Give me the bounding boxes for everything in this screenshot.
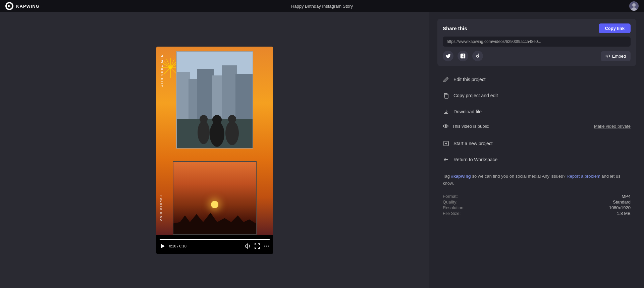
download-file-item[interactable]: Download file [437,104,636,120]
svg-point-32 [264,246,265,247]
topbar-left: KAPWING [5,2,40,10]
make-private-link[interactable]: Make video private [594,124,631,129]
bottom-photo [173,161,257,235]
right-panel: Share this Copy link https://www.kapwing… [429,12,644,288]
tag-text-before: Tag [443,174,451,179]
progress-bar[interactable] [160,239,270,240]
svg-point-2 [632,3,636,7]
pr-text: PUERTO RICO [160,195,163,221]
file-info: Format: MP4 Quality: Standard Resolution… [437,190,636,220]
top-photo [176,51,253,149]
svg-line-11 [164,68,170,74]
share-title: Share this [443,25,467,31]
facebook-share-button[interactable] [458,51,468,61]
format-value: MP4 [473,194,631,199]
social-row: Embed [443,51,631,61]
svg-point-26 [200,115,208,123]
resolution-value: 1080x1920 [473,205,631,210]
tiktok-share-button[interactable] [472,51,483,61]
copy-link-button[interactable]: Copy link [599,23,631,33]
tag-section: Tag #kapwing so we can find you on socia… [437,168,636,190]
main: NEW YORK CITY [0,12,644,288]
video-content: NEW YORK CITY [156,47,273,235]
topbar: KAPWING Happy Birthday Instagram Story [0,0,644,12]
silhouettes [173,208,256,234]
progress-bar-fill [160,239,270,240]
bottom-photo-inner [173,162,256,234]
controls-row: 0:10 / 0:10 [160,243,270,249]
logo-icon [5,2,13,10]
share-box: Share this Copy link https://www.kapwing… [437,19,636,66]
more-options-icon[interactable] [264,243,270,249]
sun-decoration [211,201,218,208]
share-header: Share this Copy link [443,23,631,33]
public-status-row: This video is public Make video private [437,120,636,132]
video-controls: 0:10 / 0:10 [156,235,273,254]
svg-point-33 [266,246,267,247]
svg-point-30 [228,115,236,123]
public-status-text: This video is public [452,124,489,129]
embed-label: Embed [612,54,626,59]
download-icon [443,108,449,115]
time-display: 0:10 / 0:10 [169,244,242,248]
edit-project-label: Edit this project [453,77,486,82]
edit-project-item[interactable]: Edit this project [437,71,636,88]
filesize-value: 1.8 MB [473,211,631,216]
svg-point-28 [212,115,222,124]
svg-marker-31 [161,244,165,248]
tag-kapwing: #kapwing [451,174,471,179]
embed-button[interactable]: Embed [601,51,631,61]
quality-label: Quality: [443,199,465,205]
return-workspace-label: Return to Workspace [453,157,497,162]
format-label: Format: [443,194,465,199]
tag-text-middle: so we can find you on social media! Any … [471,174,567,179]
filesize-label: File Size: [443,211,465,216]
edit-icon [443,76,449,83]
svg-point-29 [225,121,239,145]
volume-icon[interactable] [245,243,251,249]
svg-point-34 [268,246,269,247]
svg-rect-35 [445,94,448,98]
eye-icon [443,123,449,129]
svg-point-27 [210,121,224,147]
copy-project-item[interactable]: Copy project and edit [437,88,636,104]
quality-value: Standard [473,199,631,205]
new-project-icon [443,140,449,147]
return-icon [443,156,449,163]
nyc-text: NEW YORK CITY [160,55,164,88]
download-file-label: Download file [453,109,482,114]
svg-point-37 [445,125,446,127]
resolution-label: Resolution: [443,205,465,210]
controls-right [245,243,270,249]
video-area: NEW YORK CITY [0,12,429,288]
divider-1 [437,134,636,134]
svg-point-25 [198,121,210,144]
report-problem-link[interactable]: Report a problem [567,174,600,179]
top-photo-inner [177,52,253,148]
fullscreen-icon[interactable] [254,243,260,249]
copy-icon [443,92,449,99]
copy-project-label: Copy project and edit [453,93,498,98]
page-title: Happy Birthday Instagram Story [291,4,353,9]
twitter-share-button[interactable] [443,51,453,61]
svg-point-16 [169,66,172,69]
start-new-label: Start a new project [453,141,493,146]
brand-name: KAPWING [16,4,40,9]
share-url[interactable]: https://www.kapwing.com/videos/62900f9ac… [443,37,631,47]
start-new-project-item[interactable]: Start a new project [437,135,636,152]
avatar [629,1,639,11]
play-button[interactable] [160,243,166,249]
video-container: NEW YORK CITY [156,47,273,254]
return-workspace-item[interactable]: Return to Workspace [437,152,636,168]
